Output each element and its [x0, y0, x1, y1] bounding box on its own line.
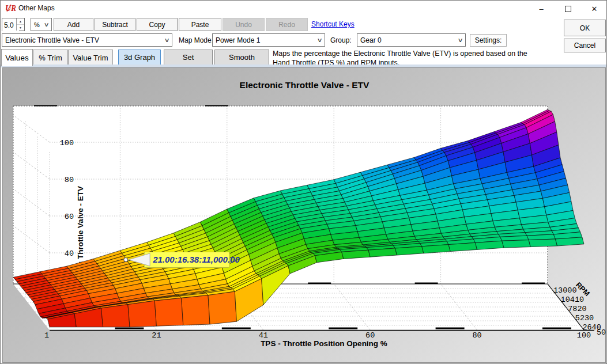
x-tick-label: 80	[472, 331, 481, 340]
chevron-down-icon: ∨	[316, 37, 322, 43]
step-value-spinner[interactable]: ▲ ▼	[2, 18, 25, 31]
x-tick-label: 1	[44, 331, 49, 340]
tooltip-text: 21.00:16.38:11,000.00	[152, 255, 240, 264]
y-tick-label: 40	[65, 249, 74, 258]
maximize-icon	[565, 6, 571, 12]
spin-down-icon[interactable]: ▼	[17, 25, 24, 31]
redo-button[interactable]: Redo	[266, 18, 308, 31]
rpm-tick-label: 10410	[561, 295, 585, 304]
group-combobox[interactable]: Gear 0 ∨	[357, 33, 466, 47]
rpm-tick-label: 2640	[582, 323, 601, 332]
chevron-down-icon: ∨	[457, 37, 463, 43]
map-mode-label: Map Mode:	[179, 36, 213, 44]
close-button[interactable]: ✕	[581, 1, 607, 17]
tab-pct-trim[interactable]: % Trim	[33, 50, 68, 66]
copy-button[interactable]: Copy	[137, 18, 178, 31]
cancel-button[interactable]: Cancel	[564, 39, 606, 52]
y-tick-label: 100	[60, 139, 74, 147]
tooltip-marker	[124, 258, 128, 262]
smooth-button[interactable]: Smooth	[214, 50, 269, 65]
ok-button[interactable]: OK	[564, 20, 606, 36]
description-line1: Maps the percentage the Electronic Throt…	[273, 50, 567, 59]
set-button[interactable]: Set	[164, 50, 213, 65]
other-maps-window: UR Other Maps – ✕ ▲ ▼ % ∨ Add Subtract C…	[0, 0, 607, 364]
unit-combobox[interactable]: % ∨	[31, 18, 52, 31]
x-tick-label: 60	[365, 331, 375, 340]
x-tick-label: 100	[577, 331, 591, 340]
group-value: Gear 0	[360, 36, 382, 44]
settings-button[interactable]: Settings:	[470, 34, 507, 47]
x-axis-title: TPS - Throttle Position Opening %	[261, 339, 387, 348]
titlebar: UR Other Maps – ✕	[1, 1, 606, 16]
x-tick-label: 41	[259, 331, 268, 340]
maximize-button[interactable]	[555, 1, 581, 17]
map-mode-combobox[interactable]: Power Mode 1 ∨	[212, 33, 325, 47]
chart-title: Electronic Throttle Valve - ETV	[240, 80, 370, 90]
add-button[interactable]: Add	[54, 18, 93, 31]
3d-surface-chart[interactable]: 4060801001214160801005026405230782010410…	[2, 67, 606, 363]
undo-button[interactable]: Undo	[223, 18, 265, 31]
map-selected-value: Electronic Throttle Valve - ETV	[5, 36, 99, 44]
window-title: Other Maps	[18, 4, 55, 12]
paste-button[interactable]: Paste	[179, 18, 221, 31]
chevron-down-icon: ∨	[164, 37, 169, 43]
rpm-tick-label: 5230	[575, 314, 594, 323]
shortcut-keys-link[interactable]: Shortcut Keys	[311, 20, 355, 28]
unit-value: %	[34, 21, 40, 28]
rpm-tick-label: 13000	[553, 286, 577, 295]
tab-value-trim[interactable]: Value Trim	[68, 50, 113, 66]
chevron-down-icon: ∨	[43, 21, 49, 28]
x-tick-label: 21	[152, 331, 161, 340]
y-tick-label: 60	[65, 213, 74, 221]
map-select-combobox[interactable]: Electronic Throttle Valve - ETV ∨	[2, 33, 172, 47]
app-logo-icon: UR	[5, 3, 16, 13]
tab-values[interactable]: Values	[1, 49, 33, 66]
minimize-button[interactable]: –	[528, 1, 555, 17]
group-label: Group:	[330, 36, 352, 44]
y-tick-label: 80	[65, 176, 74, 184]
3d-graph-button[interactable]: 3d Graph	[118, 50, 161, 65]
subtract-button[interactable]: Subtract	[95, 18, 135, 31]
rpm-tick-label: 7820	[568, 305, 586, 313]
spin-up-icon[interactable]: ▲	[17, 18, 24, 25]
map-mode-value: Power Mode 1	[216, 36, 260, 44]
